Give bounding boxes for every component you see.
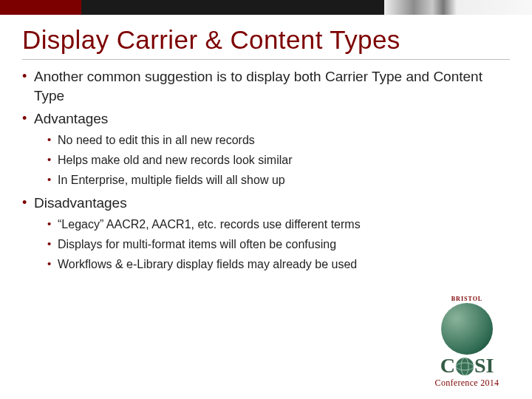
- logo-ribbon-text: BRISTOL: [451, 296, 482, 302]
- list-item: “Legacy” AACR2, AACR1, etc. records use …: [47, 216, 510, 233]
- logo-letter: C: [440, 354, 455, 377]
- list-item: Advantages No need to edit this in all n…: [22, 109, 510, 189]
- logo-subtext: Conference 2014: [415, 378, 519, 389]
- list-item: In Enterprise, multiple fields will all …: [47, 171, 510, 189]
- logo-letter: S: [474, 354, 486, 377]
- list-item: Workflows & e-Library display fields may…: [47, 256, 510, 273]
- list-item: Disadvantages “Legacy” AACR2, AACR1, etc…: [22, 194, 510, 273]
- slide-body: Display Carrier & Content Types Another …: [0, 15, 532, 273]
- list-item-label: Advantages: [34, 111, 108, 126]
- list-item: No need to edit this in all new records: [47, 132, 510, 149]
- slide-title: Display Carrier & Content Types: [22, 25, 510, 60]
- header-accent-bar: [0, 0, 532, 15]
- list-item-label: Disadvantages: [34, 195, 127, 211]
- bullet-sublist: No need to edit this in all new records …: [47, 132, 510, 189]
- globe-icon: BRISTOL: [441, 303, 493, 355]
- logo-letter: [455, 357, 474, 379]
- logo-letter: I: [485, 354, 494, 377]
- bullet-sublist: “Legacy” AACR2, AACR1, etc. records use …: [47, 216, 510, 273]
- svg-point-0: [456, 358, 474, 375]
- globe-icon-circle: [441, 303, 493, 355]
- logo-acronym: C SI: [415, 356, 519, 379]
- globe-small-icon: [455, 357, 474, 376]
- list-item: Helps make old and new records look simi…: [47, 151, 510, 169]
- footer-logo: BRISTOL C SI Conference 2014: [415, 303, 519, 389]
- list-item: Displays for multi-format items will oft…: [47, 236, 510, 253]
- bullet-list: Another common suggestion is to display …: [22, 67, 510, 273]
- list-item: Another common suggestion is to display …: [22, 67, 510, 105]
